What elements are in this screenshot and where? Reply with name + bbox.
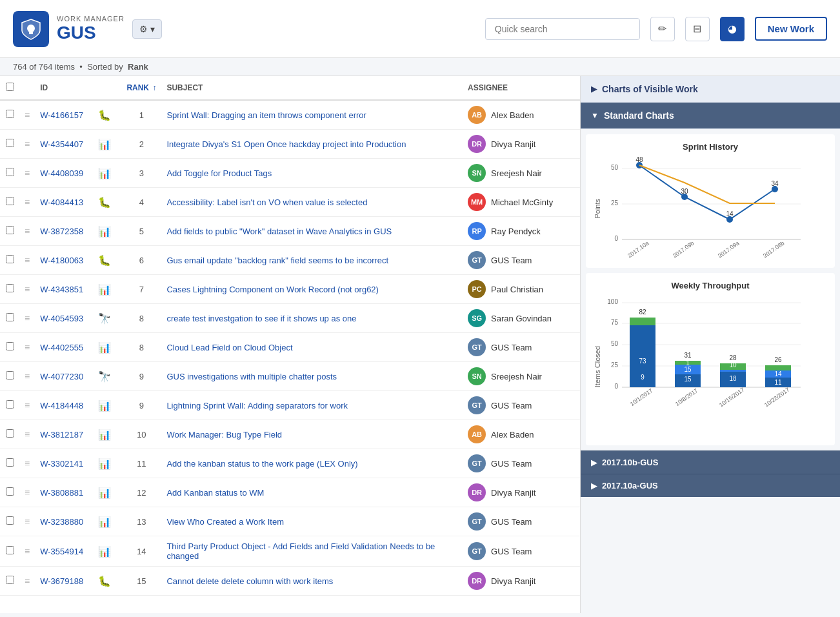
drag-handle-14[interactable]: ≡: [19, 507, 35, 536]
subject-1[interactable]: Integrate Divya's S1 Open Once hackday p…: [161, 130, 463, 159]
work-id-10[interactable]: W-4184448: [35, 391, 93, 420]
work-id-15[interactable]: W-3554914: [35, 536, 93, 567]
drag-handle-10[interactable]: ≡: [19, 391, 35, 420]
work-id-16[interactable]: W-3679188: [35, 567, 93, 596]
row-checkbox-cell-9[interactable]: [0, 362, 19, 391]
work-id-5[interactable]: W-4180063: [35, 246, 93, 275]
subject-4[interactable]: Add fields to public "Work" dataset in W…: [161, 217, 463, 246]
drag-handle-8[interactable]: ≡: [19, 333, 35, 362]
drag-handle-5[interactable]: ≡: [19, 246, 35, 275]
subject-6[interactable]: Cases Lightning Component on Work Record…: [161, 275, 463, 304]
row-checkbox-cell-6[interactable]: [0, 275, 19, 304]
subject-2[interactable]: Add Toggle for Product Tags: [161, 159, 463, 188]
subject-15[interactable]: Third Party Product Object - Add Fields …: [161, 536, 463, 567]
drag-handle-3[interactable]: ≡: [19, 188, 35, 217]
subject-8[interactable]: Cloud Lead Field on Cloud Object: [161, 333, 463, 362]
work-id-2[interactable]: W-4408039: [35, 159, 93, 188]
row-checkbox-cell-1[interactable]: [0, 130, 19, 159]
work-id-7[interactable]: W-4054593: [35, 304, 93, 333]
row-checkbox-10[interactable]: [6, 400, 14, 409]
drag-handle-1[interactable]: ≡: [19, 130, 35, 159]
work-id-8[interactable]: W-4402555: [35, 333, 93, 362]
drag-handle-11[interactable]: ≡: [19, 420, 35, 449]
row-checkbox-cell-13[interactable]: [0, 478, 19, 507]
work-id-0[interactable]: W-4166157: [35, 100, 93, 130]
row-checkbox-6[interactable]: [6, 284, 14, 292]
work-id-4[interactable]: W-3872358: [35, 217, 93, 246]
row-checkbox-cell-5[interactable]: [0, 246, 19, 275]
section-2017-10a[interactable]: ▶ 2017.10a-GUS: [581, 474, 840, 497]
work-id-9[interactable]: W-4077230: [35, 362, 93, 391]
row-checkbox-cell-12[interactable]: [0, 449, 19, 478]
row-checkbox-cell-11[interactable]: [0, 420, 19, 449]
subject-3[interactable]: Accessibility: Label isn't on VO when va…: [161, 188, 463, 217]
row-checkbox-4[interactable]: [6, 226, 14, 234]
row-checkbox-9[interactable]: [6, 371, 14, 379]
subject-14[interactable]: View Who Created a Work Item: [161, 507, 463, 536]
select-all-checkbox[interactable]: [6, 83, 14, 91]
select-all-header[interactable]: [0, 76, 19, 100]
row-checkbox-cell-8[interactable]: [0, 333, 19, 362]
work-id-11[interactable]: W-3812187: [35, 420, 93, 449]
row-checkbox-cell-14[interactable]: [0, 507, 19, 536]
row-checkbox-0[interactable]: [6, 110, 14, 118]
work-id-13[interactable]: W-3808881: [35, 478, 93, 507]
standard-charts-header[interactable]: ▼ Standard Charts: [581, 103, 840, 129]
drag-handle-4[interactable]: ≡: [19, 217, 35, 246]
drag-handle-0[interactable]: ≡: [19, 100, 35, 130]
row-checkbox-cell-4[interactable]: [0, 217, 19, 246]
work-id-6[interactable]: W-4343851: [35, 275, 93, 304]
row-checkbox-cell-15[interactable]: [0, 536, 19, 567]
row-checkbox-13[interactable]: [6, 487, 14, 496]
row-checkbox-5[interactable]: [6, 255, 14, 263]
subject-5[interactable]: Gus email update "backlog rank" field se…: [161, 246, 463, 275]
work-id-3[interactable]: W-4084413: [35, 188, 93, 217]
drag-handle-6[interactable]: ≡: [19, 275, 35, 304]
drag-handle-12[interactable]: ≡: [19, 449, 35, 478]
drag-handle-2[interactable]: ≡: [19, 159, 35, 188]
subject-13[interactable]: Add Kanban status to WM: [161, 478, 463, 507]
row-checkbox-cell-10[interactable]: [0, 391, 19, 420]
row-checkbox-cell-7[interactable]: [0, 304, 19, 333]
row-checkbox-cell-16[interactable]: [0, 567, 19, 596]
subject-11[interactable]: Work Manager: Bug Type Field: [161, 420, 463, 449]
assignee-header[interactable]: ASSIGNEE: [463, 76, 580, 100]
row-checkbox-16[interactable]: [6, 576, 14, 584]
subject-12[interactable]: Add the kanban status to the work page (…: [161, 449, 463, 478]
rank-header[interactable]: RANK ↑: [121, 76, 161, 100]
row-checkbox-1[interactable]: [6, 139, 14, 147]
search-input[interactable]: [485, 18, 640, 40]
subject-10[interactable]: Lightning Sprint Wall: Adding separators…: [161, 391, 463, 420]
subject-7[interactable]: create test investgation to see if it sh…: [161, 304, 463, 333]
drag-handle-7[interactable]: ≡: [19, 304, 35, 333]
drag-handle-15[interactable]: ≡: [19, 536, 35, 567]
work-id-1[interactable]: W-4354407: [35, 130, 93, 159]
drag-handle-9[interactable]: ≡: [19, 362, 35, 391]
row-checkbox-3[interactable]: [6, 197, 14, 205]
row-checkbox-2[interactable]: [6, 168, 14, 176]
row-checkbox-cell-3[interactable]: [0, 188, 19, 217]
charts-visible-work-header[interactable]: ▶ Charts of Visible Work: [581, 76, 840, 103]
filter-icon-button[interactable]: ⊟: [685, 17, 710, 41]
row-checkbox-cell-2[interactable]: [0, 159, 19, 188]
row-checkbox-14[interactable]: [6, 516, 14, 525]
section-2017-10b[interactable]: ▶ 2017.10b-GUS: [581, 450, 840, 474]
drag-handle-13[interactable]: ≡: [19, 478, 35, 507]
work-id-14[interactable]: W-3238880: [35, 507, 93, 536]
row-checkbox-8[interactable]: [6, 342, 14, 350]
subject-0[interactable]: Sprint Wall: Dragging an item throws com…: [161, 100, 463, 130]
row-checkbox-11[interactable]: [6, 429, 14, 438]
gear-button[interactable]: ⚙ ▾: [132, 19, 162, 39]
row-checkbox-12[interactable]: [6, 458, 14, 467]
subject-header[interactable]: SUBJECT: [161, 76, 463, 100]
row-checkbox-cell-0[interactable]: [0, 100, 19, 130]
edit-icon-button[interactable]: ✏: [650, 17, 675, 41]
new-work-button[interactable]: New Work: [755, 17, 827, 41]
row-checkbox-15[interactable]: [6, 546, 14, 554]
row-checkbox-7[interactable]: [6, 313, 14, 321]
subject-9[interactable]: GUS investigations with multiple chatter…: [161, 362, 463, 391]
drag-handle-16[interactable]: ≡: [19, 567, 35, 596]
subject-16[interactable]: Cannot delete delete column with work it…: [161, 567, 463, 596]
chart-icon-button[interactable]: ◕: [720, 17, 745, 41]
id-header[interactable]: ID: [35, 76, 93, 100]
